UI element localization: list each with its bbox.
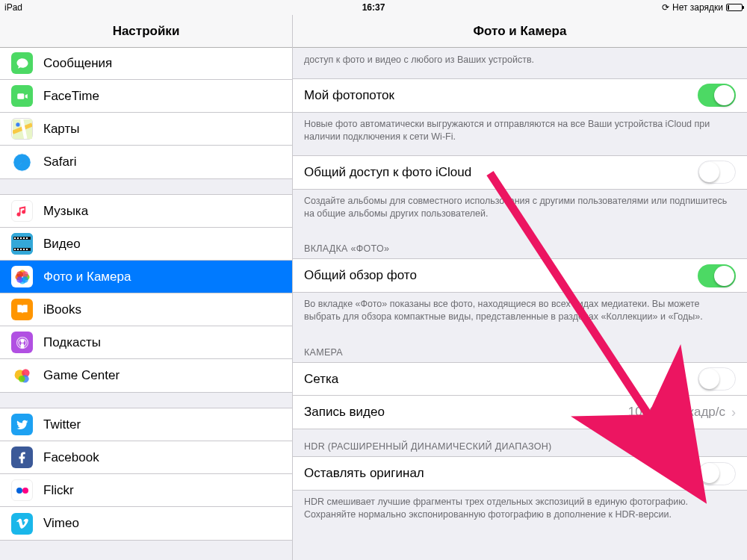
svg-rect-11	[17, 237, 19, 239]
sidebar-item-label: Vimeo	[43, 516, 281, 531]
sidebar-item-label: Сообщения	[43, 56, 281, 71]
svg-rect-8	[13, 237, 31, 240]
svg-rect-19	[26, 249, 28, 250]
gamecenter-icon	[11, 365, 33, 387]
detail-title: Фото и Камера	[293, 15, 747, 48]
sidebar-item-label: iBooks	[43, 302, 281, 317]
row-value: 1080p, 30 кадр/с	[628, 405, 725, 420]
status-charging-text: Нет зарядки	[672, 2, 723, 13]
svg-rect-18	[23, 249, 25, 250]
safari-icon	[11, 152, 33, 173]
toggle-photostream[interactable]	[698, 84, 736, 107]
sidebar-item-label: FaceTime	[43, 89, 281, 104]
sidebar-item-label: Flickr	[43, 483, 281, 498]
ibooks-icon	[11, 299, 33, 320]
vimeo-icon	[11, 513, 33, 535]
sidebar-item-podcasts[interactable]: Подкасты	[0, 326, 292, 359]
status-right: ⟳ Нет зарядки	[662, 2, 743, 13]
svg-point-36	[22, 488, 28, 494]
toggle-grid[interactable]	[698, 367, 736, 391]
maps-icon	[11, 118, 33, 140]
svg-rect-9	[13, 248, 31, 251]
svg-point-27	[22, 276, 28, 283]
section-header-hdr: HDR (РАСШИРЕННЫЙ ДИНАМИЧЕСКИЙ ДИАПАЗОН)	[293, 429, 747, 456]
row-label: Мой фотопоток	[304, 88, 698, 103]
sidebar-item-maps[interactable]: Карты	[0, 113, 292, 146]
sidebar-item-facetime[interactable]: FaceTime	[0, 80, 292, 113]
svg-rect-14	[26, 237, 28, 239]
settings-sidebar: Настройки Сообщения FaceTime Карты Safar	[0, 15, 293, 560]
svg-rect-12	[20, 237, 22, 239]
row-grid[interactable]: Сетка	[293, 363, 747, 396]
sharing-footer: Создайте альбомы для совместного использ…	[293, 190, 747, 232]
facebook-icon	[11, 447, 33, 468]
sidebar-item-music[interactable]: Музыка	[0, 195, 292, 228]
section-header-camera: КАМЕРА	[293, 335, 747, 362]
toggle-photo-summary[interactable]	[698, 264, 736, 287]
icloud-library-footer: доступ к фото и видео с любого из Ваших …	[293, 48, 747, 78]
svg-rect-17	[20, 249, 22, 250]
detail-scroll[interactable]: доступ к фото и видео с любого из Ваших …	[293, 48, 747, 560]
sidebar-item-messages[interactable]: Сообщения	[0, 48, 292, 80]
row-label: Общий обзор фото	[304, 268, 698, 283]
row-label: Запись видео	[304, 405, 628, 420]
flickr-icon	[11, 479, 33, 501]
sidebar-item-gamecenter[interactable]: Game Center	[0, 359, 292, 392]
summary-footer: Во вкладке «Фото» показаны все фото, нах…	[293, 293, 747, 335]
sidebar-item-label: Safari	[43, 155, 281, 169]
battery-icon	[726, 4, 743, 11]
video-icon	[11, 233, 33, 255]
sidebar-item-flickr[interactable]: Flickr	[0, 474, 292, 507]
photos-icon	[11, 266, 33, 287]
sidebar-item-label: Game Center	[43, 368, 281, 383]
sidebar-item-vimeo[interactable]: Vimeo	[0, 507, 292, 540]
sidebar-item-label: Подкасты	[43, 335, 281, 350]
sidebar-item-label: Видео	[43, 237, 281, 252]
row-photo-summary[interactable]: Общий обзор фото	[293, 259, 747, 292]
row-keep-original[interactable]: Оставлять оригинал	[293, 457, 747, 490]
row-record-video[interactable]: Запись видео 1080p, 30 кадр/с ›	[293, 396, 747, 429]
sidebar-item-label: Карты	[43, 122, 281, 137]
row-label: Сетка	[304, 372, 698, 387]
photostream-footer: Новые фото автоматически выгружаются и о…	[293, 113, 747, 155]
toggle-icloud-sharing[interactable]	[698, 161, 736, 184]
sync-icon: ⟳	[662, 2, 669, 13]
sidebar-item-safari[interactable]: Safari	[0, 146, 292, 178]
detail-pane: Фото и Камера доступ к фото и видео с лю…	[293, 15, 747, 560]
svg-point-2	[16, 122, 19, 126]
sidebar-item-twitter[interactable]: Twitter	[0, 408, 292, 441]
sidebar-item-label: Twitter	[43, 417, 281, 432]
podcasts-icon	[11, 332, 33, 353]
row-icloud-sharing[interactable]: Общий доступ к фото iCloud	[293, 156, 747, 189]
sidebar-list[interactable]: Сообщения FaceTime Карты Safari	[0, 48, 292, 560]
svg-point-34	[18, 376, 25, 382]
facetime-icon	[11, 85, 33, 107]
sidebar-title: Настройки	[0, 15, 292, 48]
section-header-photo-tab: ВКЛАДКА «ФОТО»	[293, 231, 747, 258]
sidebar-item-ibooks[interactable]: iBooks	[0, 293, 292, 326]
sidebar-item-facebook[interactable]: Facebook	[0, 441, 292, 474]
sidebar-item-label: Музыка	[43, 204, 281, 219]
status-device: iPad	[4, 2, 22, 13]
chevron-right-icon: ›	[731, 405, 736, 420]
hdr-footer: HDR смешивает лучшие фрагменты трех отде…	[293, 491, 747, 533]
row-label: Общий доступ к фото iCloud	[304, 165, 698, 180]
svg-rect-0	[17, 93, 24, 99]
sidebar-item-label: Фото и Камера	[43, 270, 281, 284]
sidebar-item-photos[interactable]: Фото и Камера	[0, 261, 292, 293]
svg-rect-10	[14, 237, 16, 239]
status-time: 16:37	[362, 2, 385, 13]
svg-rect-7	[11, 233, 33, 255]
row-photostream[interactable]: Мой фотопоток	[293, 79, 747, 112]
music-icon	[11, 200, 33, 222]
toggle-keep-original[interactable]	[698, 462, 736, 485]
row-label: Оставлять оригинал	[304, 466, 698, 481]
sidebar-item-video[interactable]: Видео	[0, 228, 292, 261]
svg-rect-16	[17, 249, 19, 250]
svg-point-35	[16, 488, 22, 494]
svg-rect-15	[14, 249, 16, 250]
svg-rect-13	[23, 237, 25, 239]
twitter-icon	[11, 414, 33, 435]
status-bar: iPad 16:37 ⟳ Нет зарядки	[0, 0, 747, 15]
sidebar-item-label: Facebook	[43, 450, 281, 465]
